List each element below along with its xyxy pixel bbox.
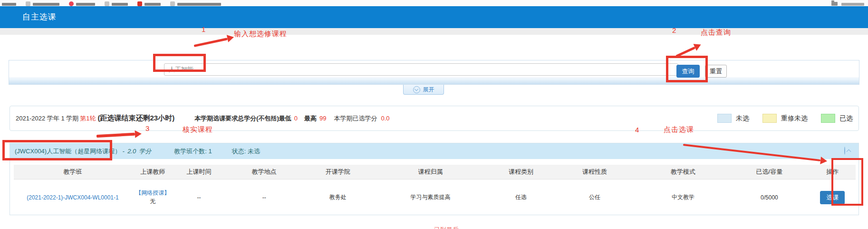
browser-bookmarks-bar [0,0,868,6]
collapse-section-button[interactable] [844,147,852,155]
col-header-college: 开课学院 [304,165,372,179]
class-count-text: 教学班个数: 1 [174,147,212,156]
bookmark-label [841,3,864,6]
max-credit-label: 最高 [304,114,317,123]
max-credit-value: 99 [319,115,326,122]
bookmark-label [112,3,128,6]
legend-item: 重修未选 [762,114,808,123]
class-detail-link[interactable]: (2021-2022-1)-JWCX004-WL0001-1 [27,194,118,201]
end-of-list-text: 已到最后 [434,226,459,229]
class-time: -- [174,179,224,216]
legend-item: 未选 [717,114,749,123]
red-circle-favicon [69,1,74,6]
bookmark-item[interactable] [26,1,59,6]
annotation-highlight-box [666,56,708,82]
legend-label: 重修未选 [781,114,808,123]
search-panel: 查询 重置 [9,60,859,85]
expand-toggle[interactable]: 展开 [403,85,444,95]
course-selection-page: 自主选课 查询 重置 展开 1 输入想选修课程 2 点击查询 3 核实课程 4 … [0,0,868,229]
course-credit-unit: 学分 [139,147,151,156]
panel-bottom-strip [9,78,859,84]
page-favicon [170,1,175,6]
term-text: 2021-2022 学年 1 学期 [16,114,78,123]
annotation-label: 点击查询 [701,28,731,37]
legend-label: 未选 [736,114,749,123]
col-header-category: 课程类别 [490,165,553,179]
annotation-label: 核实课程 [183,125,213,134]
bookmark-label [145,3,161,6]
annotation-step-number: 1 [202,25,205,33]
col-header-nature: 课程性质 [552,165,637,179]
capacity-value: 0/5000 [729,179,809,216]
course-belong: 学习与素质提高 [372,179,490,216]
col-header-time: 上课时间 [174,165,224,179]
min-credit-value: 0 [294,115,298,122]
bookmark-label [177,3,221,6]
bookmark-label [33,3,59,6]
selected-swatch [821,114,835,123]
header-sub-strip [0,28,868,35]
credit-requirement-text: 本学期选课要求总学分(不包括)最低 [194,114,291,123]
col-header-belong: 课程归属 [372,165,490,179]
retake-unselected-swatch [762,114,777,123]
annotation-step-number: 4 [635,126,639,134]
class-place: -- [224,179,304,216]
unselected-swatch [717,114,732,123]
teach-mode: 中文教学 [637,179,729,216]
annotation-label: 点击选课 [664,125,694,134]
class-table: 教学班 上课教师 上课时间 教学地点 开课学院 课程归属 课程类别 课程性质 教… [14,165,856,216]
expand-label: 展开 [423,86,434,94]
course-nature: 公任 [552,179,637,216]
page-favicon [105,1,109,6]
annotation-arrow [96,130,143,140]
reset-button[interactable]: 重置 [705,65,727,78]
selected-credit-label: 本学期已选学分 [334,114,377,123]
annotation-label: 输入想选修课程 [234,30,287,39]
table-row: (2021-2022-1)-JWCX004-WL0001-1 【网络授课】 无 … [14,179,856,216]
page-title: 自主选课 [0,6,868,28]
legend-item: 已选 [821,114,853,123]
teacher-name: 无 [132,198,174,206]
course-category: 任选 [490,179,553,216]
table-header-row: 教学班 上课教师 上课时间 教学地点 开课学院 课程归属 课程类别 课程性质 教… [14,165,856,179]
semester-info-panel: 2021-2022 学年 1 学期 第1轮 (距选课结束还剩23小时) 本学期选… [10,106,859,131]
status-legend: 未选 重修未选 已选 [717,106,853,130]
annotation-step-number: 3 [145,124,149,132]
course-credit-value: 2.0 [127,148,136,155]
bookmark-item[interactable] [2,3,16,6]
annotation-highlight-box [153,54,206,72]
col-header-teacher: 上课教师 [132,165,174,179]
app-header: 自主选课 [0,6,868,28]
teacher-tag: 【网络授课】 [132,189,174,197]
chevron-down-circle-icon [413,86,420,93]
bookmark-label [2,3,16,6]
chevron-up-circle-icon [844,147,845,155]
col-header-mode: 教学模式 [637,165,729,179]
bookmark-item[interactable] [170,1,221,6]
annotation-arrow [193,33,234,50]
bookmark-item[interactable] [69,1,95,6]
class-college: 教务处 [304,179,372,216]
countdown-text: (距选课结束还剩23小时) [97,114,174,123]
selected-credit-value: 0.0 [381,115,390,122]
bookmark-item[interactable] [105,1,128,6]
annotation-highlight-box [831,158,863,206]
col-header-capacity: 已选/容量 [729,165,809,179]
page-favicon [26,1,30,6]
col-header-place: 教学地点 [224,165,304,179]
round-text: 第1轮 [80,114,96,123]
legend-label: 已选 [839,114,853,123]
col-header-class: 教学班 [14,165,132,179]
annotation-highlight-box [2,140,112,160]
bookmark-item[interactable] [137,1,161,6]
course-search-input[interactable] [164,63,678,76]
annotation-step-number: 2 [672,26,676,34]
course-status-text: 状态: 未选 [232,147,260,156]
bookmark-label [76,3,95,6]
red-badge-favicon [137,1,142,6]
folder-icon[interactable] [831,2,838,6]
